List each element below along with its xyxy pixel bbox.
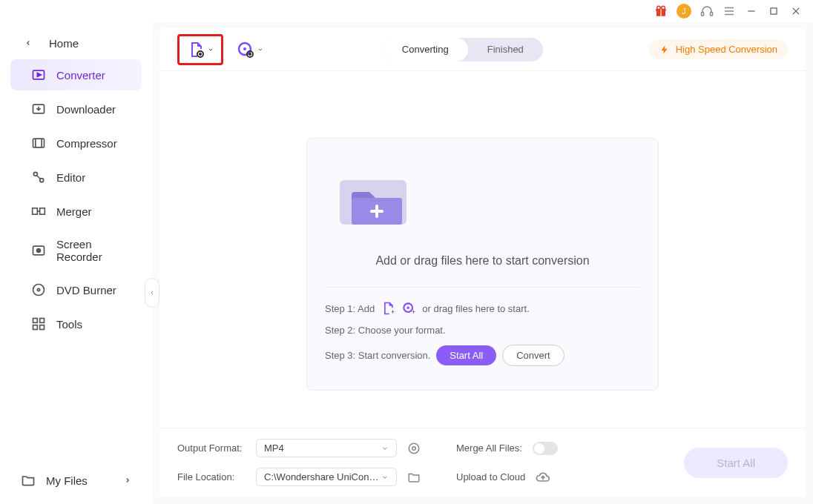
high-speed-conversion-badge[interactable]: High Speed Conversion: [649, 39, 788, 59]
svg-rect-2: [660, 9, 662, 16]
body-area: Add or drag files here to start conversi…: [159, 71, 806, 428]
svg-rect-11: [771, 8, 777, 14]
close-icon[interactable]: [789, 4, 803, 18]
open-folder-icon[interactable]: [407, 471, 421, 484]
output-format-select[interactable]: MP4: [256, 439, 397, 457]
toolbar: Converting Finished High Speed Conversio…: [159, 28, 806, 71]
sidebar-collapse-handle[interactable]: [145, 278, 159, 308]
sidebar-item-editor[interactable]: Editor: [10, 162, 142, 193]
sidebar: Home Converter Downloader Compressor Edi: [0, 22, 152, 504]
svg-rect-33: [33, 325, 38, 330]
avatar[interactable]: J: [677, 4, 691, 19]
cloud-icon[interactable]: [536, 470, 550, 485]
add-dvd-small-icon: +: [401, 301, 416, 316]
sidebar-item-tools[interactable]: Tools: [10, 308, 142, 339]
svg-point-29: [33, 285, 45, 296]
svg-point-39: [243, 47, 246, 50]
folder-icon: [21, 473, 36, 488]
svg-line-23: [37, 176, 41, 179]
chevron-left-icon: [21, 36, 36, 50]
file-location-label: File Location:: [177, 471, 246, 483]
svg-point-28: [37, 249, 41, 253]
chevron-down-icon: [381, 445, 389, 452]
output-format-label: Output Format:: [177, 442, 246, 454]
start-all-button[interactable]: Start All: [684, 448, 788, 478]
merge-toggle[interactable]: [533, 442, 558, 455]
sidebar-bottom-label: My Files: [46, 474, 88, 487]
sidebar-item-label: Converter: [56, 69, 105, 82]
hsc-label: High Speed Conversion: [676, 44, 777, 55]
sidebar-item-merger[interactable]: Merger: [10, 196, 142, 227]
chevron-down-icon: [381, 474, 389, 481]
editor-icon: [31, 170, 46, 185]
gift-icon[interactable]: [654, 4, 668, 18]
sidebar-item-compressor[interactable]: Compressor: [10, 127, 142, 159]
titlebar: J: [0, 0, 813, 22]
sidebar-my-files[interactable]: My Files: [0, 462, 152, 498]
step1-suffix: or drag files here to start.: [422, 303, 530, 314]
sidebar-item-downloader[interactable]: Downloader: [10, 93, 142, 125]
tab-converting[interactable]: Converting: [383, 38, 468, 62]
file-location-select[interactable]: C:\Wondershare UniConverter 1: [256, 468, 397, 486]
menu-icon[interactable]: [723, 4, 736, 18]
merge-label: Merge All Files:: [456, 442, 522, 454]
chevron-down-icon: [208, 47, 214, 53]
headset-icon[interactable]: [700, 4, 714, 18]
screen-recorder-icon: [31, 243, 46, 258]
svg-point-4: [662, 6, 665, 10]
convert-small-button[interactable]: Convert: [502, 345, 565, 366]
add-folder-icon: [325, 165, 640, 239]
sidebar-item-label: Compressor: [56, 137, 117, 150]
sidebar-item-converter[interactable]: Converter: [10, 59, 142, 90]
svg-rect-32: [40, 319, 45, 323]
output-format-value: MP4: [264, 442, 284, 454]
svg-text:+: +: [391, 308, 395, 316]
tools-icon: [31, 316, 46, 331]
cloud-label: Upload to Cloud: [456, 471, 525, 483]
lightning-icon: [659, 44, 670, 55]
maximize-icon[interactable]: [767, 4, 780, 18]
sidebar-item-label: Downloader: [56, 103, 116, 116]
steps: Step 1: Add + + or drag files here to st…: [325, 287, 640, 366]
step-1: Step 1: Add + + or drag files here to st…: [325, 301, 640, 316]
step-2: Step 2: Choose your format.: [325, 325, 640, 336]
svg-rect-5: [702, 13, 704, 16]
svg-point-50: [412, 446, 416, 450]
tabs: Converting Finished: [383, 38, 543, 62]
svg-point-48: [407, 307, 409, 309]
add-file-small-icon: +: [381, 301, 395, 316]
svg-rect-6: [711, 13, 713, 16]
sidebar-home-label: Home: [49, 37, 79, 50]
svg-marker-15: [37, 73, 41, 77]
dropzone[interactable]: Add or drag files here to start conversi…: [306, 138, 659, 391]
svg-rect-25: [40, 208, 45, 214]
footer: Output Format: MP4 Merge All Files: File…: [159, 428, 806, 497]
sidebar-item-screen-recorder[interactable]: Screen Recorder: [10, 230, 142, 271]
sidebar-item-dvd-burner[interactable]: DVD Burner: [10, 274, 142, 305]
add-file-button[interactable]: [177, 34, 223, 65]
dvd-icon: [31, 282, 46, 297]
svg-rect-31: [33, 319, 38, 323]
sidebar-home[interactable]: Home: [0, 28, 152, 58]
download-icon: [31, 102, 46, 116]
sidebar-item-label: Editor: [56, 171, 85, 184]
content: Converting Finished High Speed Conversio…: [152, 22, 813, 504]
add-dvd-button[interactable]: [229, 36, 271, 63]
svg-text:+: +: [412, 308, 415, 316]
svg-point-51: [409, 443, 419, 454]
converter-icon: [31, 67, 46, 82]
minimize-icon[interactable]: [745, 4, 758, 18]
step1-prefix: Step 1: Add: [325, 303, 375, 314]
svg-rect-34: [40, 325, 45, 330]
compressor-icon: [31, 136, 46, 150]
start-all-small-button[interactable]: Start All: [436, 345, 496, 365]
chevron-right-icon: [124, 477, 131, 484]
step3-text: Step 3: Start conversion.: [325, 350, 430, 361]
sidebar-item-label: DVD Burner: [56, 284, 116, 296]
settings-icon[interactable]: [407, 442, 421, 455]
file-location-value: C:\Wondershare UniConverter 1: [264, 471, 381, 483]
svg-point-3: [657, 6, 661, 10]
svg-point-30: [37, 288, 39, 291]
tab-finished[interactable]: Finished: [468, 38, 543, 62]
sidebar-item-label: Screen Recorder: [56, 238, 121, 263]
